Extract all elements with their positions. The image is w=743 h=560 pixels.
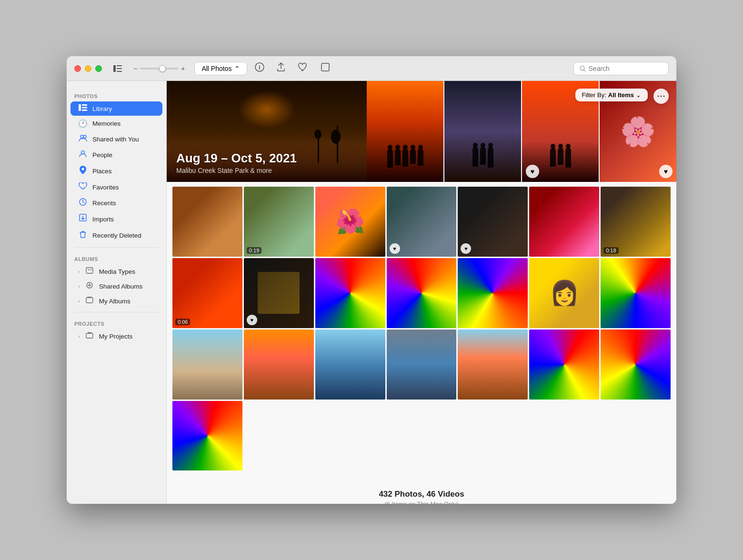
more-options-button[interactable]: [653, 89, 669, 104]
sidebar-item-places[interactable]: Places: [70, 163, 162, 179]
toolbar-left: − +: [111, 63, 189, 74]
sidebar-item-shared-with-you[interactable]: Shared with You: [70, 131, 162, 147]
traffic-lights: [74, 65, 102, 72]
zoom-minus-button[interactable]: −: [133, 65, 137, 72]
featured-photo-3[interactable]: [444, 81, 521, 182]
table-row[interactable]: [172, 401, 242, 471]
table-row[interactable]: [529, 330, 599, 400]
photo-area: Aug 19 – Oct 5, 2021 Malibu Creek State …: [167, 81, 676, 504]
table-row[interactable]: 🌺: [315, 187, 385, 257]
sidebar-item-my-albums[interactable]: › My Albums: [70, 294, 162, 308]
table-row[interactable]: [172, 330, 242, 400]
sidebar-my-projects-label: My Projects: [99, 333, 133, 340]
table-row[interactable]: 👩: [529, 258, 599, 328]
sidebar-item-memories[interactable]: 🕐 Memories: [70, 116, 162, 131]
table-row[interactable]: 0:06: [172, 258, 242, 328]
sidebar-item-my-projects[interactable]: › My Projects: [70, 329, 162, 343]
svg-rect-6: [321, 63, 329, 71]
sidebar-item-recently-deleted[interactable]: Recently Deleted: [70, 228, 162, 243]
favorite-button[interactable]: [296, 60, 310, 76]
places-icon: [78, 166, 88, 176]
all-photos-button[interactable]: All Photos ⌃: [194, 62, 247, 75]
svg-rect-2: [117, 68, 122, 69]
sidebar-recents-label: Recents: [92, 200, 116, 207]
svg-line-8: [584, 70, 585, 71]
mac-only-count: (6 Items on This Mac Only): [167, 500, 676, 504]
shared-icon: [78, 134, 88, 144]
svg-text:i: i: [259, 64, 261, 71]
table-row[interactable]: ♥: [387, 187, 457, 257]
sidebar-item-recents[interactable]: Recents: [70, 195, 162, 210]
table-row[interactable]: [387, 330, 457, 400]
sidebar-places-label: Places: [92, 168, 112, 175]
svg-rect-11: [82, 107, 87, 109]
svg-point-25: [658, 96, 659, 97]
svg-point-16: [82, 168, 84, 170]
sidebar-item-people[interactable]: People: [70, 147, 162, 162]
table-row[interactable]: [387, 258, 457, 328]
sidebar-library-label: Library: [92, 105, 112, 112]
table-row[interactable]: [601, 258, 671, 328]
zoom-thumb[interactable]: [159, 65, 166, 72]
minimize-button[interactable]: [85, 65, 91, 72]
table-row[interactable]: [315, 258, 385, 328]
heart-overlay-5: ♥: [659, 165, 673, 178]
featured-overlay: Aug 19 – Oct 5, 2021 Malibu Creek State …: [167, 143, 306, 182]
chevron-icon: ›: [78, 269, 80, 274]
close-button[interactable]: [74, 65, 81, 72]
sidebar-item-library[interactable]: Library: [70, 101, 162, 116]
svg-point-14: [83, 135, 86, 138]
table-row[interactable]: [601, 330, 671, 400]
trash-icon: [78, 230, 88, 240]
share-button[interactable]: [275, 60, 287, 76]
zoom-plus-button[interactable]: +: [181, 65, 185, 72]
info-button[interactable]: i: [253, 60, 266, 76]
sidebar-photos-section: Photos: [67, 89, 166, 101]
featured-location: Malibu Creek State Park & more: [176, 167, 297, 174]
svg-point-26: [661, 96, 662, 97]
sidebar: Photos Library 🕐 Memories Shared with Yo…: [67, 81, 167, 504]
sidebar-shared-label: Shared with You: [92, 136, 139, 143]
svg-rect-19: [86, 268, 93, 273]
chevron-icon-2: ›: [78, 283, 80, 289]
table-row[interactable]: [458, 258, 528, 328]
divider-2: [74, 312, 159, 312]
svg-rect-23: [86, 298, 93, 303]
crop-button[interactable]: [319, 60, 332, 76]
sidebar-people-label: People: [92, 151, 112, 159]
sidebar-item-media-types[interactable]: › Media Types: [70, 264, 162, 279]
sidebar-item-imports[interactable]: Imports: [70, 211, 162, 227]
sidebar-item-shared-albums[interactable]: › Shared Albums: [70, 279, 162, 293]
filter-chevron: ⌄: [636, 91, 641, 99]
search-bar[interactable]: [573, 62, 669, 75]
photo-count-section: 432 Photos, 46 Videos (6 Items on This M…: [167, 475, 676, 504]
table-row[interactable]: [458, 330, 528, 400]
search-icon: [580, 65, 586, 72]
table-row[interactable]: 0:18: [601, 187, 671, 257]
sidebar-imports-label: Imports: [92, 216, 114, 223]
favorites-icon: [78, 182, 88, 192]
featured-date: Aug 19 – Oct 5, 2021: [176, 151, 297, 166]
svg-rect-0: [113, 65, 116, 72]
table-row[interactable]: 0:19: [244, 187, 314, 257]
table-row[interactable]: [172, 187, 242, 257]
filter-bar[interactable]: Filter By: All Items ⌄: [575, 89, 648, 101]
search-input[interactable]: [589, 65, 663, 72]
featured-photo-2[interactable]: [367, 81, 443, 182]
table-row[interactable]: [244, 330, 314, 400]
chevron-icon-3: ›: [78, 298, 80, 304]
maximize-button[interactable]: [95, 65, 102, 72]
sidebar-item-favorites[interactable]: Favorites: [70, 180, 162, 195]
sidebar-toggle-button[interactable]: [111, 63, 124, 74]
featured-main-tile[interactable]: Aug 19 – Oct 5, 2021 Malibu Creek State …: [167, 81, 367, 182]
zoom-track[interactable]: [140, 68, 178, 70]
svg-point-27: [663, 96, 665, 97]
table-row[interactable]: [315, 330, 385, 400]
recents-icon: [78, 198, 88, 208]
main-content: Photos Library 🕐 Memories Shared with Yo…: [67, 81, 676, 504]
table-row[interactable]: ♥: [244, 258, 314, 328]
table-row[interactable]: ♥: [458, 187, 528, 257]
photo-count: 432 Photos, 46 Videos: [167, 490, 676, 499]
table-row[interactable]: [529, 187, 599, 257]
filter-value: All Items: [608, 91, 634, 99]
